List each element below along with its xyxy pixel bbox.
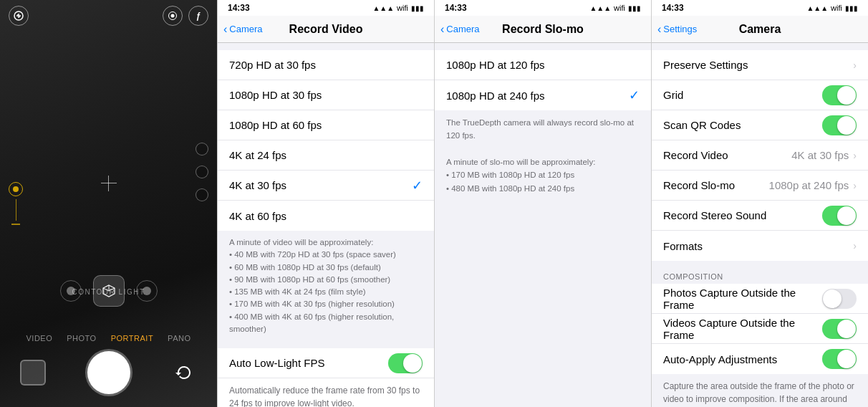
- grid-row[interactable]: Grid: [652, 80, 868, 110]
- nav-bar-3: ‹ Settings Camera: [652, 16, 868, 43]
- record-slomo-screen: 14:33 ▲▲▲ wifi ▮▮▮ ‹ Camera Record Slo-m…: [434, 0, 651, 407]
- videos-outside-toggle[interactable]: [822, 319, 857, 339]
- quality-row-4[interactable]: 4K at 30 fps ✓: [218, 171, 434, 201]
- quality-label-1: 1080p HD at 30 fps: [229, 89, 423, 101]
- dot-1: [196, 143, 208, 155]
- record-slomo-chevron: ›: [853, 180, 857, 191]
- camera-thumbnail[interactable]: [20, 360, 46, 386]
- nav-bar-1: ‹ Camera Record Video: [218, 16, 434, 43]
- slomo-row-1[interactable]: 1080p HD at 240 fps ✓: [435, 80, 651, 110]
- scan-qr-toggle[interactable]: [822, 115, 857, 135]
- exposure-minus: [11, 224, 20, 225]
- exposure-sun-icon: [9, 182, 23, 196]
- photos-outside-toggle[interactable]: [822, 289, 857, 309]
- shutter-button[interactable]: [87, 351, 130, 394]
- scan-qr-row[interactable]: Scan QR Codes: [652, 110, 868, 140]
- quality-row-0[interactable]: 720p HD at 30 fps: [218, 50, 434, 80]
- slomo-info-block: The TrueDepth camera will always record …: [435, 110, 651, 201]
- nav-bar-2: ‹ Camera Record Slo-mo: [435, 16, 651, 43]
- auto-apply-toggle[interactable]: [822, 349, 857, 369]
- exposure-line: [16, 199, 16, 221]
- mode-pano[interactable]: PANO: [168, 334, 191, 343]
- mode-video[interactable]: VIDEO: [26, 334, 53, 343]
- record-video-value: 4K at 30 fps: [791, 149, 849, 161]
- slomo-row-0[interactable]: 1080p HD at 120 fps: [435, 50, 651, 80]
- mode-portrait[interactable]: PORTRAIT: [111, 334, 153, 343]
- status-time-2: 14:33: [445, 3, 467, 13]
- record-stereo-row[interactable]: Record Stereo Sound: [652, 201, 868, 231]
- small-effect-icon-2[interactable]: [136, 280, 158, 302]
- nav-title-1: Record Video: [289, 23, 363, 36]
- wifi-icon-2: wifi: [614, 4, 625, 12]
- signal-icon-3: ▲▲▲: [806, 4, 828, 12]
- flip-camera-icon[interactable]: [171, 360, 197, 386]
- wifi-icon-1: wifi: [397, 4, 408, 12]
- quality-label-4: 4K at 30 fps: [229, 179, 412, 191]
- record-video-label: Record Video: [663, 149, 791, 161]
- status-bar-3: 14:33 ▲▲▲ wifi ▮▮▮: [652, 0, 868, 16]
- record-video-content: 720p HD at 30 fps 1080p HD at 30 fps 108…: [218, 43, 434, 407]
- flash-icon[interactable]: [9, 6, 29, 26]
- quality-row-1[interactable]: 1080p HD at 30 fps: [218, 80, 434, 110]
- auto-apply-label: Auto-Apply Adjustments: [663, 353, 822, 365]
- back-label-1: Camera: [229, 24, 262, 34]
- camera-mode-selector: VIDEO PHOTO PORTRAIT PANO: [0, 334, 217, 343]
- status-icons-2: ▲▲▲ wifi ▮▮▮: [589, 4, 641, 12]
- back-button-2[interactable]: ‹ Camera: [440, 23, 480, 36]
- quality-row-3[interactable]: 4K at 24 fps: [218, 140, 434, 171]
- quality-checkmark-4: ✓: [412, 178, 423, 193]
- record-video-screen: 14:33 ▲▲▲ wifi ▮▮▮ ‹ Camera Record Video…: [217, 0, 434, 407]
- slomo-info-text-secondary: A minute of slo-mo will be approximately…: [446, 155, 640, 195]
- auto-fps-desc: Automatically reduce the frame rate from…: [218, 378, 434, 407]
- formats-row[interactable]: Formats ›: [652, 231, 868, 261]
- camera-panel: ƒ CONTOUR LIGHT: [0, 0, 217, 407]
- videos-outside-row[interactable]: Videos Capture Outside the Frame: [652, 314, 868, 344]
- auto-apply-row[interactable]: Auto-Apply Adjustments: [652, 344, 868, 374]
- status-time-3: 14:33: [662, 3, 684, 13]
- quality-row-2[interactable]: 1080p HD at 60 fps: [218, 110, 434, 140]
- exposure-control[interactable]: [9, 182, 23, 225]
- camera-crosshair: [101, 176, 117, 191]
- scan-qr-label: Scan QR Codes: [663, 119, 822, 131]
- wifi-icon-3: wifi: [831, 4, 842, 12]
- camera-right-dots: [196, 143, 208, 201]
- grid-label: Grid: [663, 89, 822, 101]
- back-button-3[interactable]: ‹ Settings: [657, 23, 697, 36]
- quality-label-3: 4K at 24 fps: [229, 149, 423, 161]
- quality-label-0: 720p HD at 30 fps: [229, 59, 423, 71]
- live-photo-icon[interactable]: [163, 6, 183, 26]
- camera-top-right-icons: ƒ: [163, 6, 208, 26]
- preserve-settings-label: Preserve Settings: [663, 59, 853, 71]
- svg-line-8: [103, 288, 109, 291]
- auto-fps-label: Auto Low-Light FPS: [229, 357, 388, 369]
- record-slomo-value: 1080p at 240 fps: [769, 179, 849, 191]
- small-effect-icon[interactable]: [60, 280, 82, 302]
- info-icon[interactable]: ƒ: [188, 6, 208, 26]
- back-chevron-2: ‹: [440, 23, 444, 36]
- video-info-block: A minute of video will be approximately:…: [218, 231, 434, 341]
- dot-2: [196, 166, 208, 178]
- composition-spacer: [652, 261, 868, 268]
- auto-fps-toggle[interactable]: [388, 353, 423, 373]
- preserve-settings-row[interactable]: Preserve Settings ›: [652, 50, 868, 80]
- formats-label: Formats: [663, 240, 853, 252]
- cube-icon[interactable]: [93, 275, 125, 307]
- mode-photo[interactable]: PHOTO: [67, 334, 96, 343]
- photos-outside-row[interactable]: Photos Capture Outside the Frame: [652, 284, 868, 314]
- back-button-1[interactable]: ‹ Camera: [223, 23, 263, 36]
- quality-label-2: 1080p HD at 60 fps: [229, 119, 423, 131]
- record-stereo-toggle[interactable]: [822, 206, 857, 226]
- record-slomo-row[interactable]: Record Slo-mo 1080p at 240 fps ›: [652, 171, 868, 201]
- status-icons-1: ▲▲▲ wifi ▮▮▮: [372, 4, 424, 12]
- battery-icon-3: ▮▮▮: [845, 4, 858, 12]
- record-video-row[interactable]: Record Video 4K at 30 fps ›: [652, 140, 868, 171]
- auto-fps-knob: [403, 354, 422, 373]
- slomo-checkmark-1: ✓: [629, 87, 640, 103]
- quality-row-5[interactable]: 4K at 60 fps: [218, 201, 434, 231]
- top-spacer-1: [218, 43, 434, 50]
- grid-toggle[interactable]: [822, 85, 857, 105]
- svg-point-4: [171, 14, 175, 18]
- status-time-1: 14:33: [228, 3, 250, 13]
- auto-fps-row[interactable]: Auto Low-Light FPS: [218, 348, 434, 378]
- videos-outside-knob: [837, 320, 856, 338]
